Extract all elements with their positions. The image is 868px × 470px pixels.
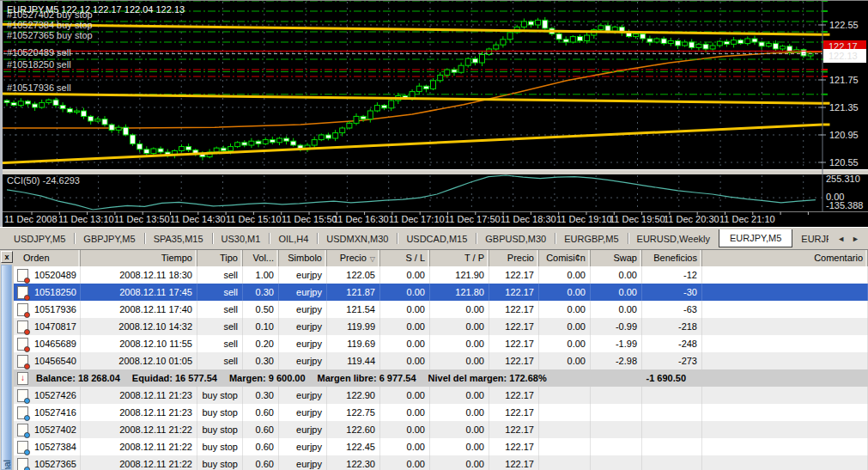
column-header-1[interactable]: Tiempo [81,250,197,266]
balance-segment-1: Equidad: 16 577.54 [132,373,217,383]
order-row-10527365[interactable]: 10527365 2008.12.11 21:22 buy stop 0.60 … [14,455,868,470]
chart-tab-gbpjpy-m5[interactable]: GBPJPY,M5 [75,230,143,247]
chart-tabbar: USDJPY,M5GBPJPY,M5SPA35,M15US30,M1OIL,H4… [0,227,868,249]
order-comment-cell [702,301,868,318]
order-symbol-cell: eurjpy [279,301,327,318]
order-current-price-cell: 122.17 [489,318,539,335]
price-chart[interactable]: #10527402 buy stop#10527384 buy stop#105… [0,0,868,227]
tabs-scroll-right-button[interactable]: ► [852,235,859,243]
balance-arrow-icon: ↓ [17,372,28,385]
order-sl-cell: 0.00 [380,352,430,369]
order-time-cell: 2008.12.11 21:23 [81,387,197,404]
order-tp-cell: 0.00 [430,387,489,404]
time-axis[interactable]: 11 Dec 200811 Dec 13:1011 Dec 13:5011 De… [0,212,868,225]
order-row-10518250[interactable]: 10518250 2008.12.11 17:45 sell 0.30 eurj… [14,284,868,301]
column-header-5[interactable]: Precio▽ [327,250,380,266]
chart-tab-eurusd-weekly[interactable]: EURUSD,Weekly [628,230,719,247]
order-current-price-cell: 122.17 [489,266,539,284]
order-row-10465689[interactable]: 10465689 2008.12.10 11:55 sell 0.20 eurj… [14,335,868,352]
column-header-12[interactable]: Comentario [702,250,868,266]
order-volume-cell: 1.00 [243,266,279,284]
column-header-10[interactable]: Swap [591,250,642,266]
column-header-7[interactable]: T / P [430,250,489,266]
order-row-10470817[interactable]: 10470817 2008.12.10 14:32 sell 0.10 eurj… [14,318,868,335]
column-header-2[interactable]: Tipo [197,250,243,266]
order-sl-cell: 0.00 [380,404,430,421]
terminal-caption-strip[interactable]: Terminal [1,265,12,470]
order-time-cell: 2008.12.10 11:55 [81,335,197,352]
balance-segment-2: Margen: 9 600.00 [229,373,306,383]
tabs-scroll-arrows: ◄ ► [829,235,868,243]
chart-tab-eurgbp-m5[interactable]: EURGBP,M5 [555,230,627,247]
order-commission-cell [539,438,591,455]
order-row-10527402[interactable]: 10527402 2008.12.11 21:22 buy stop 0.60 … [14,421,868,438]
order-price-cell: 121.87 [327,284,380,301]
order-row-10527416[interactable]: 10527416 2008.12.11 21:23 buy stop 0.60 … [14,404,868,421]
balance-row[interactable]: ↓Balance: 18 268.04Equidad: 16 577.54Mar… [14,369,868,387]
order-row-10527426[interactable]: 10527426 2008.12.11 21:23 buy stop 0.30 … [14,387,868,404]
order-id-cell: 10527416 [14,404,81,421]
column-header-11[interactable]: Beneficios [642,250,702,266]
order-swap-cell: -0.99 [591,318,642,335]
order-doc-icon [17,320,28,333]
column-header-4[interactable]: Simbolo [279,250,327,266]
column-header-9[interactable]: Comisi¢n [539,250,591,266]
order-tp-cell: 0.00 [430,301,489,318]
order-type-cell: buy stop [197,387,243,404]
tabs-scroll-left-button[interactable]: ◄ [837,235,845,243]
orders-table: OrdenTiempoTipoVol...SimboloPrecio▽S / L… [14,250,868,470]
svg-text:11 Dec 21:10: 11 Dec 21:10 [719,214,775,224]
order-row-10456540[interactable]: 10456540 2008.12.10 01:05 sell 0.30 eurj… [14,352,868,369]
chart-tab-eurjpy-m5[interactable]: EURJPY,M5 [719,229,792,247]
order-current-price-cell: 122.17 [489,455,539,470]
order-comment-cell [702,455,868,470]
order-type-cell: buy stop [197,455,243,470]
order-tp-cell: 0.00 [430,404,489,421]
chart-tab-spa35-m15[interactable]: SPA35,M15 [145,230,212,247]
chart-tab-usdjpy-m5[interactable]: USDJPY,M5 [5,230,74,247]
order-comment-cell [702,318,868,335]
order-row-10517936[interactable]: 10517936 2008.12.11 17:40 sell 0.50 eurj… [14,301,868,318]
column-header-3[interactable]: Vol... [243,250,279,266]
order-volume-cell: 0.10 [243,318,279,335]
column-header-0[interactable]: Orden [14,250,81,266]
order-type-cell: buy stop [197,404,243,421]
order-doc-icon [17,269,28,282]
chart-frame-edge [0,0,3,227]
order-symbol-cell: eurjpy [279,284,327,301]
close-terminal-button[interactable]: x [1,251,13,263]
chart-tab-oil-h4[interactable]: OIL,H4 [270,230,317,247]
order-time-cell: 2008.12.10 01:05 [81,352,197,369]
chart-tab-us30-m1[interactable]: US30,M1 [213,230,270,247]
column-header-6[interactable]: S / L [380,250,430,266]
svg-text:120.95: 120.95 [829,130,859,140]
order-id-cell: 10527384 [14,438,81,455]
order-doc-icon [17,286,28,299]
order-tp-cell: 0.00 [430,352,489,369]
order-swap-cell: 0.00 [591,266,642,284]
svg-text:121.75: 121.75 [829,75,859,85]
pane-splitter[interactable] [0,169,868,174]
order-current-price-cell: 122.17 [489,387,539,404]
cci-label: CCI(50) -24.6293 [7,175,80,186]
order-sl-cell: 0.00 [380,335,430,352]
terminal-caption-label: Terminal [2,460,12,470]
chart-tab-usdmxn-m30[interactable]: USDMXN,M30 [318,230,397,247]
order-id-cell: 10527402 [14,421,81,438]
order-row-10527384[interactable]: 10527384 2008.12.11 21:22 buy stop 0.60 … [14,438,868,455]
order-commission-cell [539,421,591,438]
svg-text:255.310: 255.310 [826,174,860,184]
column-header-8[interactable]: Precio [489,250,539,266]
order-tp-cell: 0.00 [430,318,489,335]
chart-tab-eurjpy-h1[interactable]: EURJPY,H1 [792,230,829,247]
chart-tab-gbpusd-m30[interactable]: GBPUSD,M30 [476,230,555,247]
order-swap-cell [591,421,642,438]
order-profit-cell: -12 [642,266,702,284]
mt4-window: #10527402 buy stop#10527384 buy stop#105… [0,0,868,470]
order-sl-cell: 0.00 [380,301,430,318]
order-time-cell: 2008.12.11 21:22 [81,455,197,470]
svg-text:#10520489 sell: #10520489 sell [7,47,71,58]
chart-tab-usdcad-m15[interactable]: USDCAD,M15 [398,230,476,247]
order-row-10520489[interactable]: 10520489 2008.12.11 18:30 sell 1.00 eurj… [14,266,868,284]
svg-text:11 Dec 15:50: 11 Dec 15:50 [282,214,337,224]
